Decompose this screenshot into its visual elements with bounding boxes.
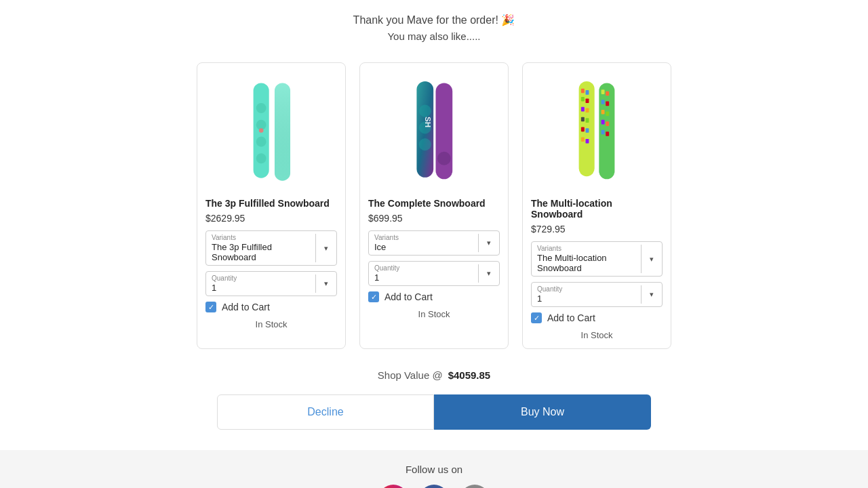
quantity-select-3[interactable]: Quantity 1 ▾ — [531, 282, 663, 307]
svg-rect-7 — [275, 83, 290, 180]
social-icons — [0, 485, 868, 488]
shop-value-label: Shop Value @ — [378, 369, 443, 381]
product-image-1 — [205, 71, 337, 190]
svg-point-14 — [437, 152, 451, 165]
svg-rect-26 — [581, 137, 585, 142]
svg-rect-32 — [606, 102, 609, 106]
variant-value-3: The Multi-location Snowboard — [532, 242, 641, 276]
variant-select-3[interactable]: Variants The Multi-location Snowboard ▾ — [531, 241, 663, 277]
svg-rect-21 — [586, 108, 589, 113]
svg-rect-29 — [601, 89, 605, 94]
add-to-cart-row-1: ✓ Add to Cart — [205, 302, 337, 312]
add-to-cart-row-3: ✓ Add to Cart — [531, 312, 663, 323]
add-to-cart-row-2: ✓ Add to Cart — [368, 291, 500, 302]
variant-select-1[interactable]: Variants The 3p Fulfilled Snowboard ▾ — [205, 230, 337, 266]
svg-rect-16 — [581, 89, 585, 94]
svg-rect-19 — [586, 98, 589, 103]
svg-rect-20 — [581, 107, 585, 112]
variant-arrow-3[interactable]: ▾ — [642, 242, 662, 276]
action-buttons: Decline Buy Now — [0, 394, 868, 430]
product-card-2: SH The Complete Snowboard $699.95 Varian… — [359, 62, 509, 349]
check-icon-2: ✓ — [371, 293, 377, 301]
variant-value-2: Ice — [369, 231, 478, 255]
link-icon[interactable] — [460, 485, 490, 488]
svg-rect-31 — [601, 100, 605, 104]
svg-point-3 — [256, 137, 267, 147]
svg-point-5 — [259, 128, 264, 133]
svg-rect-33 — [601, 110, 605, 115]
decline-button[interactable]: Decline — [217, 394, 434, 430]
add-to-cart-label-2: Add to Cart — [384, 291, 433, 302]
add-to-cart-checkbox-1[interactable]: ✓ — [205, 302, 216, 312]
shop-value-amount: $4059.85 — [448, 369, 491, 381]
quantity-select-1[interactable]: Quantity 1 ▾ — [205, 271, 337, 296]
stock-status-3: In Stock — [531, 330, 663, 340]
thank-you-text: Thank you Mave for the order! 🎉 — [0, 14, 868, 26]
product-name-2: The Complete Snowboard — [368, 198, 500, 209]
svg-point-9 — [419, 105, 431, 117]
add-to-cart-checkbox-2[interactable]: ✓ — [368, 291, 379, 302]
quantity-arrow-2[interactable]: ▾ — [479, 262, 499, 285]
product-price-1: $2629.95 — [205, 213, 337, 224]
check-icon-1: ✓ — [208, 304, 214, 311]
svg-rect-27 — [586, 139, 589, 144]
quantity-value-2: 1 — [369, 262, 478, 285]
facebook-icon[interactable] — [419, 485, 449, 488]
quantity-arrow-3[interactable]: ▾ — [642, 283, 662, 306]
variant-arrow-1[interactable]: ▾ — [316, 231, 336, 265]
svg-rect-22 — [581, 117, 585, 122]
svg-rect-34 — [606, 111, 609, 116]
quantity-arrow-1[interactable]: ▾ — [316, 272, 336, 296]
svg-rect-37 — [601, 130, 605, 135]
quantity-select-2[interactable]: Quantity 1 ▾ — [368, 261, 500, 286]
follow-section: Follow us on — [0, 450, 868, 488]
svg-rect-18 — [581, 97, 585, 102]
shop-value-section: Shop Value @ $4059.85 — [0, 363, 868, 394]
product-price-3: $729.95 — [531, 224, 663, 235]
buy-now-button[interactable]: Buy Now — [434, 394, 651, 430]
product-card-3: The Multi-location Snowboard $729.95 Var… — [522, 62, 671, 349]
product-image-2: SH — [368, 71, 500, 190]
product-image-3 — [531, 71, 663, 190]
follow-title: Follow us on — [0, 464, 868, 475]
svg-text:SH: SH — [424, 117, 432, 127]
product-name-3: The Multi-location Snowboard — [531, 198, 663, 220]
instagram-icon[interactable] — [378, 485, 408, 488]
svg-rect-17 — [586, 90, 589, 95]
header-section: Thank you Mave for the order! 🎉 You may … — [0, 0, 868, 49]
svg-rect-24 — [581, 127, 585, 132]
quantity-value-3: 1 — [532, 283, 641, 306]
variant-value-1: The 3p Fulfilled Snowboard — [206, 231, 315, 265]
svg-rect-35 — [601, 120, 605, 125]
svg-point-4 — [256, 153, 267, 163]
products-section: The 3p Fulfilled Snowboard $2629.95 Vari… — [0, 49, 868, 363]
svg-point-1 — [256, 103, 267, 113]
svg-rect-30 — [606, 92, 609, 96]
svg-rect-25 — [586, 128, 589, 133]
svg-rect-36 — [606, 121, 609, 126]
check-icon-3: ✓ — [534, 314, 540, 322]
product-price-2: $699.95 — [368, 213, 500, 224]
svg-rect-23 — [586, 118, 589, 123]
quantity-value-1: 1 — [206, 272, 315, 296]
add-to-cart-label-3: Add to Cart — [547, 312, 595, 323]
stock-status-2: In Stock — [368, 309, 500, 319]
add-to-cart-checkbox-3[interactable]: ✓ — [531, 312, 542, 323]
svg-rect-38 — [606, 131, 609, 136]
variant-select-2[interactable]: Variants Ice ▾ — [368, 230, 500, 256]
variant-arrow-2[interactable]: ▾ — [479, 231, 499, 255]
add-to-cart-label-1: Add to Cart — [222, 302, 270, 312]
product-name-1: The 3p Fulfilled Snowboard — [205, 198, 337, 209]
page-wrapper: Thank you Mave for the order! 🎉 You may … — [0, 0, 868, 488]
you-may-like-text: You may also like..... — [0, 30, 868, 42]
svg-point-11 — [419, 138, 431, 150]
product-card-1: The 3p Fulfilled Snowboard $2629.95 Vari… — [197, 62, 346, 349]
stock-status-1: In Stock — [205, 319, 337, 329]
